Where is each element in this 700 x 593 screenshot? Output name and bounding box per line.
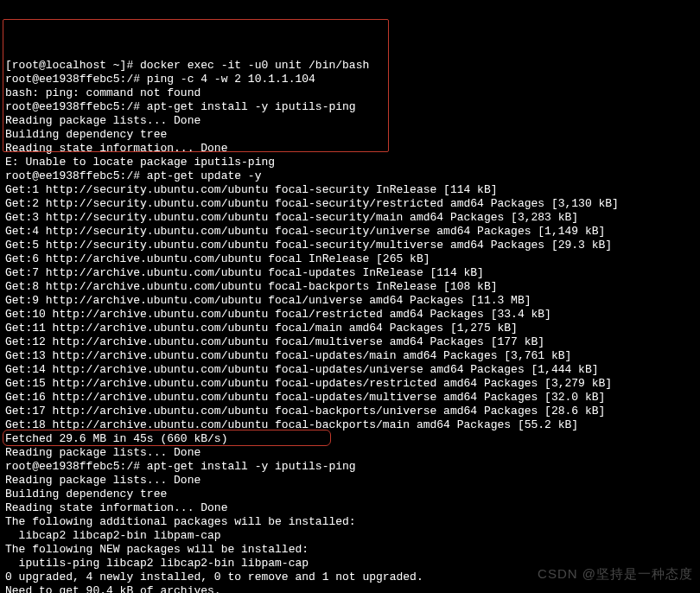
- terminal-line: [root@localhost ~]# docker exec -it -u0 …: [5, 59, 695, 73]
- terminal-line: Reading state information... Done: [5, 501, 695, 515]
- terminal-line: Get:18 http://archive.ubuntu.com/ubuntu …: [5, 418, 695, 432]
- terminal-line: root@ee1938ffebc5:/# apt-get install -y …: [5, 460, 695, 474]
- terminal-line: root@ee1938ffebc5:/# apt-get update -y: [5, 169, 695, 183]
- terminal-line: Reading package lists... Done: [5, 114, 695, 128]
- terminal-line: Building dependency tree: [5, 128, 695, 142]
- terminal-line: Get:10 http://archive.ubuntu.com/ubuntu …: [5, 308, 695, 322]
- terminal-line: Get:17 http://archive.ubuntu.com/ubuntu …: [5, 405, 695, 418]
- terminal-line: Get:12 http://archive.ubuntu.com/ubuntu …: [5, 335, 695, 349]
- terminal-line: Get:6 http://archive.ubuntu.com/ubuntu f…: [5, 252, 695, 266]
- terminal-output[interactable]: [root@localhost ~]# docker exec -it -u0 …: [5, 59, 695, 593]
- terminal-line: Get:7 http://archive.ubuntu.com/ubuntu f…: [5, 266, 695, 280]
- terminal-line: Need to get 90.4 kB of archives.: [5, 584, 695, 593]
- terminal-line: Get:14 http://archive.ubuntu.com/ubuntu …: [5, 363, 695, 377]
- terminal-line: Get:8 http://archive.ubuntu.com/ubuntu f…: [5, 280, 695, 294]
- terminal-line: root@ee1938ffebc5:/# apt-get install -y …: [5, 100, 695, 114]
- terminal-line: Get:13 http://archive.ubuntu.com/ubuntu …: [5, 349, 695, 363]
- terminal-line: Reading package lists... Done: [5, 474, 695, 488]
- terminal-line: Reading package lists... Done: [5, 446, 695, 460]
- terminal-line: Get:1 http://security.ubuntu.com/ubuntu …: [5, 183, 695, 197]
- terminal-line: The following additional packages will b…: [5, 515, 695, 529]
- terminal-line: Get:15 http://archive.ubuntu.com/ubuntu …: [5, 377, 695, 391]
- terminal-line: E: Unable to locate package iputils-ping: [5, 156, 695, 169]
- terminal-line: Reading state information... Done: [5, 142, 695, 156]
- terminal-line: iputils-ping libcap2 libcap2-bin libpam-…: [5, 557, 695, 571]
- terminal-line: Get:2 http://security.ubuntu.com/ubuntu …: [5, 197, 695, 211]
- terminal-line: Get:3 http://security.ubuntu.com/ubuntu …: [5, 211, 695, 225]
- terminal-line: Get:5 http://security.ubuntu.com/ubuntu …: [5, 239, 695, 252]
- terminal-line: Get:9 http://archive.ubuntu.com/ubuntu f…: [5, 294, 695, 308]
- terminal-line: bash: ping: command not found: [5, 86, 695, 100]
- terminal-line: root@ee1938ffebc5:/# ping -c 4 -w 2 10.1…: [5, 73, 695, 86]
- terminal-line: libcap2 libcap2-bin libpam-cap: [5, 529, 695, 543]
- terminal-line: Get:11 http://archive.ubuntu.com/ubuntu …: [5, 322, 695, 335]
- terminal-line: Get:4 http://security.ubuntu.com/ubuntu …: [5, 225, 695, 239]
- terminal-line: 0 upgraded, 4 newly installed, 0 to remo…: [5, 571, 695, 584]
- terminal-line: Building dependency tree: [5, 488, 695, 501]
- terminal-line: Get:16 http://archive.ubuntu.com/ubuntu …: [5, 391, 695, 405]
- terminal-line: The following NEW packages will be insta…: [5, 543, 695, 557]
- terminal-line: Fetched 29.6 MB in 45s (660 kB/s): [5, 432, 695, 446]
